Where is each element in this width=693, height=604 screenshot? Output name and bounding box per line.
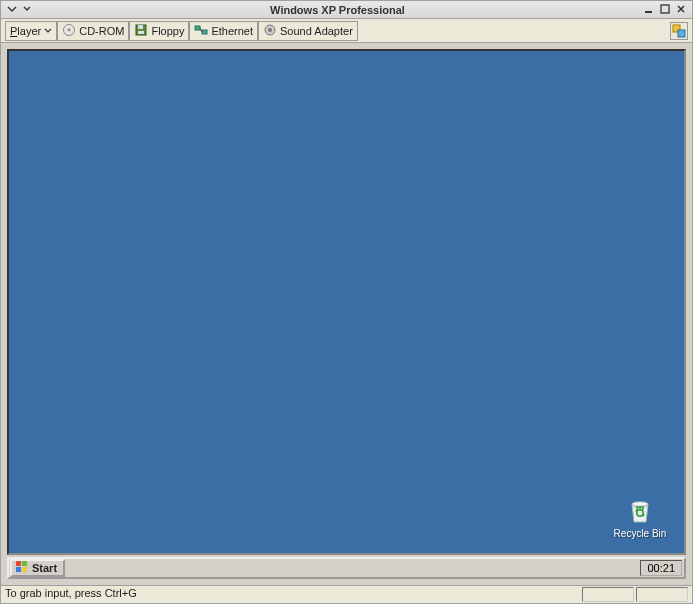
sound-button[interactable]: Sound Adapter xyxy=(258,21,358,41)
status-cell-1 xyxy=(582,587,634,602)
svg-point-3 xyxy=(68,28,71,31)
svg-point-10 xyxy=(268,28,272,32)
window-menu-icon[interactable] xyxy=(5,5,19,15)
ethernet-icon xyxy=(194,23,208,39)
host-window: Windows XP Professional Player CD-ROM xyxy=(0,0,693,604)
svg-rect-8 xyxy=(202,30,207,34)
svg-rect-5 xyxy=(138,25,143,29)
floppy-icon xyxy=(134,23,148,39)
windows-taskbar: Start 00:21 xyxy=(7,557,686,579)
cdrom-label: CD-ROM xyxy=(79,25,124,37)
floppy-label: Floppy xyxy=(151,25,184,37)
minimize-icon[interactable] xyxy=(642,4,656,16)
status-bar: To grab input, press Ctrl+G xyxy=(1,585,692,603)
sound-icon xyxy=(263,23,277,39)
player-menu-label: Player xyxy=(10,25,41,37)
maximize-icon[interactable] xyxy=(658,4,672,16)
svg-rect-12 xyxy=(678,30,685,37)
titlebar: Windows XP Professional xyxy=(1,1,692,19)
ethernet-label: Ethernet xyxy=(211,25,253,37)
close-icon[interactable] xyxy=(674,4,688,16)
svg-point-13 xyxy=(632,502,648,506)
svg-rect-18 xyxy=(22,567,27,572)
windows-logo-icon xyxy=(15,560,29,576)
svg-rect-15 xyxy=(16,561,21,566)
cdrom-icon xyxy=(62,23,76,39)
start-button-label: Start xyxy=(32,562,57,574)
svg-rect-7 xyxy=(195,26,200,30)
chevron-down-icon[interactable] xyxy=(21,5,33,15)
svg-rect-1 xyxy=(661,5,669,13)
start-button[interactable]: Start xyxy=(10,559,65,577)
player-toolbar: Player CD-ROM Floppy Ethernet xyxy=(1,19,692,43)
recycle-bin-label: Recycle Bin xyxy=(610,528,670,539)
cdrom-button[interactable]: CD-ROM xyxy=(57,21,129,41)
recycle-bin-icon[interactable]: Recycle Bin xyxy=(610,494,670,539)
ethernet-button[interactable]: Ethernet xyxy=(189,21,258,41)
svg-rect-6 xyxy=(138,31,144,34)
svg-rect-16 xyxy=(22,561,27,566)
status-cell-2 xyxy=(636,587,688,602)
chevron-down-icon xyxy=(44,25,52,37)
sound-label: Sound Adapter xyxy=(280,25,353,37)
floppy-button[interactable]: Floppy xyxy=(129,21,189,41)
svg-rect-0 xyxy=(645,11,652,13)
guest-viewport: Recycle Bin Start 00:21 xyxy=(1,43,692,585)
windows-desktop[interactable]: Recycle Bin xyxy=(7,49,686,555)
svg-rect-17 xyxy=(16,567,21,572)
window-title: Windows XP Professional xyxy=(33,4,642,16)
player-menu-button[interactable]: Player xyxy=(5,21,57,41)
system-tray-clock[interactable]: 00:21 xyxy=(640,560,682,576)
status-message: To grab input, press Ctrl+G xyxy=(5,587,580,602)
fullscreen-icon[interactable] xyxy=(670,22,688,40)
